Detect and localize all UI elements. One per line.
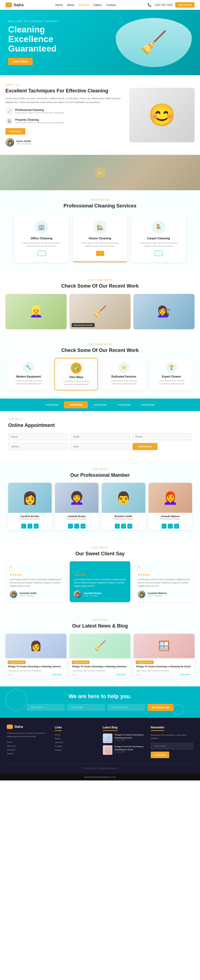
footer-nav-about[interactable]: About xyxy=(55,737,97,740)
cta-email-input[interactable] xyxy=(67,704,105,711)
work-item-3[interactable]: 💇‍♀️ xyxy=(133,294,195,329)
footer-nav-contact[interactable]: Contact xyxy=(55,745,97,748)
appointment-form: Submit Now xyxy=(8,433,192,450)
twitter-icon-3[interactable]: t xyxy=(121,523,126,528)
newsletter-input[interactable] xyxy=(151,743,193,749)
tab-office04[interactable]: #OFFICE04 xyxy=(112,401,136,408)
feature-card-equipment: 🔧 Modern Equipment Lorem ipsum dolor sit… xyxy=(7,358,50,390)
work-grid: 👱‍♀️ 🧹 Businesses Growth 💇‍♀️ xyxy=(5,294,195,329)
about-section: ABOUT US Excellent Tachniques For Effect… xyxy=(0,75,200,155)
date-input[interactable] xyxy=(70,443,129,450)
test-text-2: Lorem ipsum dolor sit amet consectetur a… xyxy=(74,578,126,588)
hero-cta-button[interactable]: Learn More xyxy=(8,58,33,65)
team-photo-3: 👨 xyxy=(102,483,145,513)
email-input[interactable] xyxy=(70,433,129,440)
team-photo-4: 👩‍🦰 xyxy=(148,483,192,513)
footer-nav-services[interactable]: Services xyxy=(55,741,97,744)
facebook-icon-4[interactable]: f xyxy=(162,523,167,528)
footer-link-about[interactable]: About Us xyxy=(7,745,49,747)
service-btn-house[interactable]: → xyxy=(96,251,104,256)
instagram-icon-4[interactable]: in xyxy=(174,523,179,528)
testimonials-label: OUR TRUST xyxy=(5,546,195,549)
footer-links-heading: Links xyxy=(55,726,62,731)
appointment-title: Online Appointment xyxy=(8,422,192,428)
team-social-1: f t in xyxy=(8,522,52,530)
footer-grid: 🏠 Gatra Lorem ipsum dolor sit amet conse… xyxy=(7,725,193,758)
blog-tag-3: Things To Know xyxy=(136,660,154,664)
logo[interactable]: 🏠 Gatra xyxy=(5,2,24,7)
nav-about[interactable]: About xyxy=(67,3,74,6)
blog-btn-1[interactable]: Read More → xyxy=(52,674,64,676)
testimonials-grid: " ★★★★★ Lorem ipsum dolor sit amet conse… xyxy=(5,561,195,602)
name-input[interactable] xyxy=(8,433,68,440)
work-item-2[interactable]: 🧹 Businesses Growth xyxy=(69,294,131,329)
newsletter-subscribe-button[interactable]: Subscribe xyxy=(151,752,169,758)
footer-link-home[interactable]: Home xyxy=(7,741,49,743)
cta-phone-input[interactable] xyxy=(107,704,145,711)
footer-nav-gallery[interactable]: Gallery xyxy=(55,749,97,751)
blog-btn-3[interactable]: Read More → xyxy=(180,674,192,676)
facebook-icon-2[interactable]: f xyxy=(68,523,73,528)
instagram-icon-2[interactable]: in xyxy=(80,523,85,528)
facebook-icon-1[interactable]: f xyxy=(21,523,26,528)
twitter-icon-2[interactable]: t xyxy=(74,523,79,528)
blog-meta-3: Lorem Read More → xyxy=(136,674,192,676)
author-avatar: 👩 xyxy=(5,138,14,147)
testimonials-title: Our Sweet Client Say xyxy=(5,550,195,557)
blog-btn-2[interactable]: Read More → xyxy=(117,674,128,676)
tab-office03[interactable]: #OFFICE03 xyxy=(88,401,112,408)
form-row-1 xyxy=(8,433,192,440)
twitter-icon-1[interactable]: t xyxy=(27,523,32,528)
instagram-icon-3[interactable]: in xyxy=(128,523,132,528)
nav-contact[interactable]: Contact xyxy=(106,3,116,6)
test-text-3: Lorem ipsum dolor sit amet consectetur a… xyxy=(138,578,191,588)
work-item-1[interactable]: 👱‍♀️ xyxy=(5,294,67,329)
submit-button[interactable]: Submit Now xyxy=(132,443,157,450)
nav-gallery[interactable]: Gallery xyxy=(93,3,102,6)
about-label: ABOUT US xyxy=(5,83,124,86)
cta-form: Send Message xyxy=(8,704,192,711)
time-icon: ✅ xyxy=(71,363,82,374)
read-more-button[interactable]: Read More xyxy=(5,128,25,135)
footer-about-col: 🏠 Gatra Lorem ipsum dolor sit amet conse… xyxy=(7,725,49,758)
service-input[interactable] xyxy=(8,443,68,450)
quote-icon-3: " xyxy=(138,565,191,572)
service-btn-office[interactable]: → xyxy=(38,251,46,256)
footer-blog-text-2: Things To Know Choosing a Cleaning be Go… xyxy=(115,745,145,755)
nav-services[interactable]: Services xyxy=(79,3,89,6)
test-author-2: 👩 Amanda Brown CEO / Founder xyxy=(74,590,126,598)
facebook-icon-3[interactable]: f xyxy=(115,523,120,528)
feature-card-time: ✅ Time Ways Lorem ipsum dolor sit amet c… xyxy=(54,358,98,390)
tab-office01[interactable]: #OFFICE01 xyxy=(40,401,64,408)
footer-link-services[interactable]: Services xyxy=(7,749,49,751)
tab-office02[interactable]: #OFFICE02 xyxy=(64,401,88,408)
twitter-icon-4[interactable]: t xyxy=(168,523,173,528)
cta-title: We are here to help you. xyxy=(8,693,192,700)
service-btn-carpet[interactable]: → xyxy=(154,251,163,256)
footer-link-gallery[interactable]: Gallery xyxy=(7,752,49,755)
form-field-name xyxy=(8,433,68,440)
quote-icon-1: " xyxy=(9,565,62,572)
hero-image: 🧹 xyxy=(116,18,192,67)
appointment-section: OUR HELP Online Appointment Submit Now xyxy=(0,411,200,459)
footer-nav-home[interactable]: Home xyxy=(55,733,97,736)
footer-blog-text-1: Things To Know Choosing a Cleaning Servi… xyxy=(115,733,145,743)
cta-submit-button[interactable]: Send Message xyxy=(148,704,173,711)
stars-3: ★★★★★ xyxy=(138,573,191,576)
phone-input[interactable] xyxy=(132,433,192,440)
nav-home[interactable]: Home xyxy=(55,3,63,6)
tab-office05[interactable]: #OFFICE05 xyxy=(136,401,160,408)
about-author: 👩 Karen Smith CEO / Founder xyxy=(5,138,124,147)
hero-subtitle: WELCOME TO CLEANING COMPANY xyxy=(8,20,116,22)
form-field-date xyxy=(70,443,129,450)
cta-name-input[interactable] xyxy=(27,704,65,711)
instagram-icon-1[interactable]: in xyxy=(34,523,39,528)
footer-bottom: © 2024 Gatra. All Rights Reserved. xyxy=(7,764,193,770)
appointment-button[interactable]: Appointment xyxy=(175,2,195,8)
team-grid: 👩 Caroline Brooks Professional Cleaner f… xyxy=(5,483,195,530)
footer-links-list: Home About Services Contact Gallery xyxy=(55,733,97,751)
footer-blog-img-2: 🪟 xyxy=(103,745,112,755)
footer-logo-icon: 🏠 xyxy=(7,725,13,729)
testimonials-section: OUR TRUST Our Sweet Client Say " ★★★★★ L… xyxy=(0,538,200,610)
stars-2: ★★★★★ xyxy=(74,573,126,576)
